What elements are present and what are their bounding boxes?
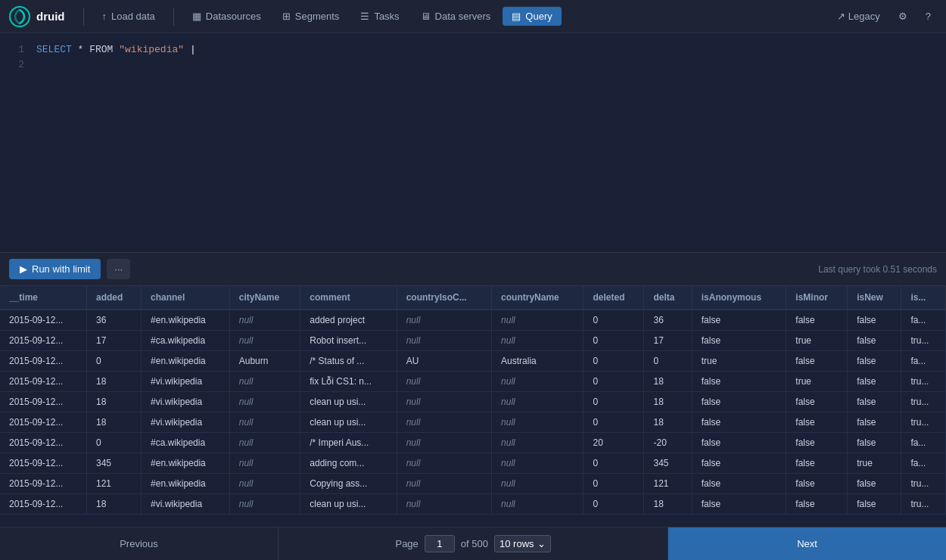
table-cell: false (848, 372, 901, 392)
table-cell: fix Lỗi CS1: n... (300, 372, 397, 392)
chevron-down-icon: ⌄ (537, 538, 546, 549)
table-cell: clean up usi... (300, 392, 397, 412)
table-cell: null (229, 494, 300, 515)
table-cell: false (786, 494, 848, 515)
table-cell: false (786, 474, 848, 494)
gear-icon: ⚙ (898, 11, 907, 22)
table-cell: false (692, 474, 786, 494)
settings-button[interactable]: ⚙ (892, 7, 913, 26)
col-channel: channel (142, 286, 230, 310)
table-cell: null (229, 310, 300, 331)
table-cell: false (692, 392, 786, 412)
tasks-icon: ☰ (360, 11, 369, 22)
table-cell: false (848, 392, 901, 412)
previous-button[interactable]: Previous (0, 527, 279, 561)
nav-query[interactable]: ▤ Query (503, 7, 561, 26)
table-cell: -20 (644, 433, 692, 453)
table-cell: null (492, 433, 583, 453)
col-added: added (86, 286, 141, 310)
rows-per-page-select[interactable]: 10 rows ⌄ (494, 535, 551, 552)
table-cell: false (692, 310, 786, 331)
table-cell: fa... (901, 310, 946, 331)
run-with-limit-button[interactable]: ▶ Run with limit (9, 259, 101, 279)
cursor (184, 44, 196, 55)
table-cell: 0 (583, 453, 644, 474)
table-cell: Auburn (229, 351, 300, 372)
table-cell: 2015-09-12... (0, 474, 86, 494)
table-cell: null (229, 372, 300, 392)
table-cell: fa... (901, 351, 946, 372)
legacy-button[interactable]: ↗ Legacy (831, 7, 886, 26)
table-cell: null (492, 372, 583, 392)
table-cell: 2015-09-12... (0, 392, 86, 412)
more-options-button[interactable]: ··· (107, 259, 130, 279)
table-cell: null (397, 494, 491, 515)
table-row: 2015-09-12...18#vi.wikipedianullclean up… (0, 494, 946, 515)
servers-icon: 🖥 (421, 11, 431, 22)
page-input[interactable] (425, 535, 455, 552)
table-cell: null (229, 433, 300, 453)
table-cell: 0 (583, 412, 644, 433)
col-isanonymous: isAnonymous (692, 286, 786, 310)
table-row: 2015-09-12...0#ca.wikipedianull/* Imperi… (0, 433, 946, 453)
table-header: __time added channel cityName comment co… (0, 286, 946, 310)
col-is-more: is... (901, 286, 946, 310)
table-cell: false (786, 412, 848, 433)
table-row: 2015-09-12...18#vi.wikipedianullclean up… (0, 412, 946, 433)
next-button[interactable]: Next (667, 527, 946, 561)
table-cell: 20 (583, 433, 644, 453)
toolbar: ▶ Run with limit ··· Last query took 0.5… (0, 253, 946, 286)
nav-datasources[interactable]: ▦ Datasources (183, 7, 270, 26)
table-cell: #en.wikipedia (142, 474, 230, 494)
code-editor[interactable]: 1 2 SELECT * FROM "wikipedia" (0, 33, 946, 253)
table-cell: false (692, 453, 786, 474)
table-cell: 18 (86, 392, 141, 412)
results-table-container[interactable]: __time added channel cityName comment co… (0, 286, 946, 527)
table-cell: false (786, 433, 848, 453)
table-cell: null (492, 310, 583, 331)
table-cell: 121 (86, 474, 141, 494)
table-cell: false (692, 372, 786, 392)
col-time: __time (0, 286, 86, 310)
table-name: "wikipedia" (119, 44, 184, 55)
table-cell: null (397, 453, 491, 474)
table-row: 2015-09-12...18#vi.wikipedianullclean up… (0, 392, 946, 412)
table-cell: false (786, 351, 848, 372)
table-cell: 2015-09-12... (0, 372, 86, 392)
help-button[interactable]: ? (920, 7, 937, 26)
table-cell: null (397, 392, 491, 412)
table-cell: 2015-09-12... (0, 494, 86, 515)
main-content: 1 2 SELECT * FROM "wikipedia" ▶ Run with… (0, 33, 946, 560)
table-cell: null (492, 392, 583, 412)
code-content[interactable]: SELECT * FROM "wikipedia" (30, 33, 946, 252)
table-cell: 36 (86, 310, 141, 331)
table-row: 2015-09-12...121#en.wikipedianullCopying… (0, 474, 946, 494)
table-row: 2015-09-12...18#vi.wikipedianullfix Lỗi … (0, 372, 946, 392)
help-icon: ? (926, 11, 931, 22)
pagination: Previous Page of 500 10 rows ⌄ Next (0, 527, 946, 560)
table-cell: 2015-09-12... (0, 412, 86, 433)
nav-data-servers[interactable]: 🖥 Data servers (412, 7, 500, 26)
table-cell: tru... (901, 331, 946, 351)
col-isnew: isNew (848, 286, 901, 310)
table-cell: 18 (644, 412, 692, 433)
nav-segments[interactable]: ⊞ Segments (273, 7, 349, 26)
nav-load-data[interactable]: ↑ Load data (93, 7, 164, 26)
page-info: Page of 500 10 rows ⌄ (279, 535, 667, 552)
table-body: 2015-09-12...36#en.wikipedianulladded pr… (0, 310, 946, 515)
table-cell: null (492, 453, 583, 474)
table-cell: 345 (644, 453, 692, 474)
table-cell: 0 (86, 433, 141, 453)
table-cell: 0 (644, 351, 692, 372)
datasources-icon: ▦ (192, 11, 201, 22)
table-cell: null (229, 331, 300, 351)
table-cell: 18 (644, 372, 692, 392)
nav-tasks[interactable]: ☰ Tasks (351, 7, 408, 26)
druid-logo-icon (9, 6, 30, 27)
table-cell: 2015-09-12... (0, 310, 86, 331)
table-cell: null (492, 474, 583, 494)
table-cell: tru... (901, 392, 946, 412)
table-cell: #en.wikipedia (142, 351, 230, 372)
table-cell: true (786, 372, 848, 392)
table-cell: null (492, 494, 583, 515)
